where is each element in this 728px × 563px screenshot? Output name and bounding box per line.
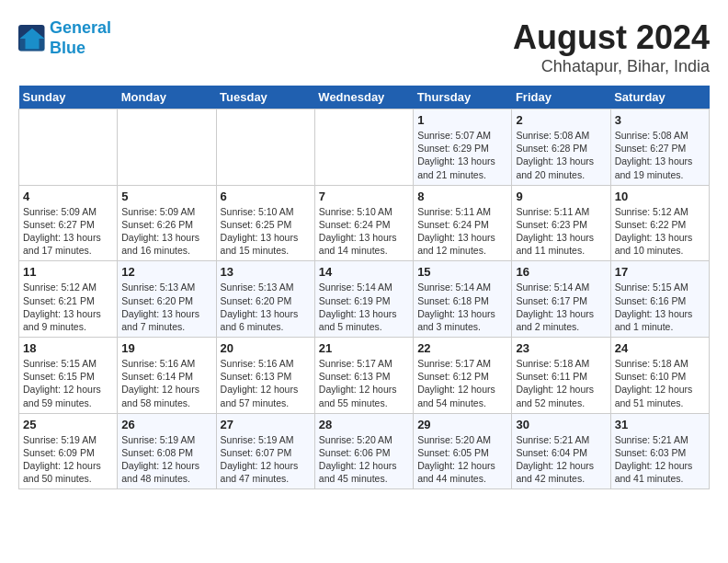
day-info: Sunrise: 5:08 AM Sunset: 6:27 PM Dayligh…: [615, 129, 705, 181]
day-number: 22: [417, 341, 507, 355]
title-block: August 2024 Chhatapur, Bihar, India: [513, 18, 710, 76]
day-cell: 23Sunrise: 5:18 AM Sunset: 6:11 PM Dayli…: [512, 338, 610, 414]
day-info: Sunrise: 5:19 AM Sunset: 6:07 PM Dayligh…: [221, 433, 311, 486]
day-number: 26: [121, 418, 211, 431]
day-info: Sunrise: 5:13 AM Sunset: 6:20 PM Dayligh…: [121, 281, 211, 333]
day-cell: 21Sunrise: 5:17 AM Sunset: 6:13 PM Dayli…: [314, 338, 413, 414]
day-number: 16: [516, 265, 606, 279]
day-number: 30: [516, 418, 606, 431]
day-info: Sunrise: 5:14 AM Sunset: 6:19 PM Dayligh…: [319, 281, 409, 333]
calendar-body: 1Sunrise: 5:07 AM Sunset: 6:29 PM Daylig…: [19, 109, 710, 489]
day-cell: 16Sunrise: 5:14 AM Sunset: 6:17 PM Dayli…: [512, 261, 610, 338]
day-cell: 13Sunrise: 5:13 AM Sunset: 6:20 PM Dayli…: [216, 261, 314, 338]
day-cell: 15Sunrise: 5:14 AM Sunset: 6:18 PM Dayli…: [414, 261, 512, 338]
day-number: 13: [221, 265, 311, 279]
day-number: 10: [615, 190, 705, 203]
day-number: 23: [516, 341, 606, 355]
day-cell: 10Sunrise: 5:12 AM Sunset: 6:22 PM Dayli…: [610, 185, 709, 261]
calendar-header: SundayMondayTuesdayWednesdayThursdayFrid…: [19, 86, 710, 109]
day-info: Sunrise: 5:19 AM Sunset: 6:09 PM Dayligh…: [23, 433, 113, 486]
header-cell-wednesday: Wednesday: [314, 86, 413, 109]
day-number: 5: [121, 190, 211, 203]
day-cell: 1Sunrise: 5:07 AM Sunset: 6:29 PM Daylig…: [414, 109, 512, 186]
header-cell-thursday: Thursday: [414, 86, 512, 109]
logo-line1: General: [50, 18, 111, 37]
day-info: Sunrise: 5:20 AM Sunset: 6:06 PM Dayligh…: [319, 433, 409, 486]
day-number: 31: [615, 418, 705, 431]
day-info: Sunrise: 5:09 AM Sunset: 6:27 PM Dayligh…: [23, 205, 113, 258]
page-header: General Blue August 2024 Chhatapur, Biha…: [18, 18, 710, 76]
day-info: Sunrise: 5:08 AM Sunset: 6:28 PM Dayligh…: [516, 129, 606, 181]
logo: General Blue: [18, 18, 111, 58]
day-number: 1: [417, 113, 507, 127]
day-cell: 14Sunrise: 5:14 AM Sunset: 6:19 PM Dayli…: [314, 261, 413, 338]
day-info: Sunrise: 5:11 AM Sunset: 6:23 PM Dayligh…: [516, 205, 606, 258]
header-row: SundayMondayTuesdayWednesdayThursdayFrid…: [19, 86, 710, 109]
day-info: Sunrise: 5:10 AM Sunset: 6:24 PM Dayligh…: [319, 205, 409, 258]
day-info: Sunrise: 5:16 AM Sunset: 6:13 PM Dayligh…: [221, 357, 311, 409]
day-cell: [314, 109, 413, 186]
day-info: Sunrise: 5:14 AM Sunset: 6:17 PM Dayligh…: [516, 281, 606, 333]
day-info: Sunrise: 5:14 AM Sunset: 6:18 PM Dayligh…: [417, 281, 507, 333]
week-row-5: 25Sunrise: 5:19 AM Sunset: 6:09 PM Dayli…: [19, 413, 710, 489]
day-cell: 11Sunrise: 5:12 AM Sunset: 6:21 PM Dayli…: [19, 261, 118, 338]
day-cell: [216, 109, 314, 186]
header-cell-saturday: Saturday: [610, 86, 709, 109]
day-number: 9: [516, 190, 606, 203]
page-title: August 2024: [513, 18, 710, 57]
day-info: Sunrise: 5:16 AM Sunset: 6:14 PM Dayligh…: [121, 357, 211, 409]
day-info: Sunrise: 5:20 AM Sunset: 6:05 PM Dayligh…: [417, 433, 507, 486]
day-info: Sunrise: 5:17 AM Sunset: 6:12 PM Dayligh…: [417, 357, 507, 409]
day-cell: 3Sunrise: 5:08 AM Sunset: 6:27 PM Daylig…: [610, 109, 709, 186]
day-cell: 9Sunrise: 5:11 AM Sunset: 6:23 PM Daylig…: [512, 185, 610, 261]
day-info: Sunrise: 5:11 AM Sunset: 6:24 PM Dayligh…: [417, 205, 507, 258]
day-number: 15: [417, 265, 507, 279]
day-info: Sunrise: 5:09 AM Sunset: 6:26 PM Dayligh…: [121, 205, 211, 258]
week-row-1: 1Sunrise: 5:07 AM Sunset: 6:29 PM Daylig…: [19, 109, 710, 186]
day-number: 12: [121, 265, 211, 279]
week-row-2: 4Sunrise: 5:09 AM Sunset: 6:27 PM Daylig…: [19, 185, 710, 261]
day-info: Sunrise: 5:15 AM Sunset: 6:15 PM Dayligh…: [23, 357, 113, 409]
day-number: 21: [319, 341, 409, 355]
calendar-table: SundayMondayTuesdayWednesdayThursdayFrid…: [18, 86, 710, 489]
day-cell: 30Sunrise: 5:21 AM Sunset: 6:04 PM Dayli…: [512, 413, 610, 489]
week-row-3: 11Sunrise: 5:12 AM Sunset: 6:21 PM Dayli…: [19, 261, 710, 338]
day-info: Sunrise: 5:15 AM Sunset: 6:16 PM Dayligh…: [615, 281, 705, 333]
day-number: 7: [319, 190, 409, 203]
day-cell: 27Sunrise: 5:19 AM Sunset: 6:07 PM Dayli…: [216, 413, 314, 489]
day-cell: 6Sunrise: 5:10 AM Sunset: 6:25 PM Daylig…: [216, 185, 314, 261]
day-number: 17: [615, 265, 705, 279]
day-cell: 29Sunrise: 5:20 AM Sunset: 6:05 PM Dayli…: [414, 413, 512, 489]
day-cell: 8Sunrise: 5:11 AM Sunset: 6:24 PM Daylig…: [414, 185, 512, 261]
day-info: Sunrise: 5:17 AM Sunset: 6:13 PM Dayligh…: [319, 357, 409, 409]
day-info: Sunrise: 5:10 AM Sunset: 6:25 PM Dayligh…: [221, 205, 311, 258]
logo-icon: [18, 25, 46, 52]
day-number: 25: [23, 418, 113, 431]
day-number: 18: [23, 341, 113, 355]
day-number: 19: [121, 341, 211, 355]
header-cell-friday: Friday: [512, 86, 610, 109]
day-number: 4: [23, 190, 113, 203]
day-number: 8: [417, 190, 507, 203]
day-cell: 12Sunrise: 5:13 AM Sunset: 6:20 PM Dayli…: [118, 261, 216, 338]
day-cell: 26Sunrise: 5:19 AM Sunset: 6:08 PM Dayli…: [118, 413, 216, 489]
day-cell: 22Sunrise: 5:17 AM Sunset: 6:12 PM Dayli…: [414, 338, 512, 414]
logo-text: General Blue: [50, 18, 111, 58]
day-cell: 28Sunrise: 5:20 AM Sunset: 6:06 PM Dayli…: [314, 413, 413, 489]
day-cell: 7Sunrise: 5:10 AM Sunset: 6:24 PM Daylig…: [314, 185, 413, 261]
header-cell-tuesday: Tuesday: [216, 86, 314, 109]
day-info: Sunrise: 5:13 AM Sunset: 6:20 PM Dayligh…: [221, 281, 311, 333]
day-number: 27: [221, 418, 311, 431]
day-cell: 17Sunrise: 5:15 AM Sunset: 6:16 PM Dayli…: [610, 261, 709, 338]
day-info: Sunrise: 5:21 AM Sunset: 6:03 PM Dayligh…: [615, 433, 705, 486]
day-cell: 25Sunrise: 5:19 AM Sunset: 6:09 PM Dayli…: [19, 413, 118, 489]
day-cell: 4Sunrise: 5:09 AM Sunset: 6:27 PM Daylig…: [19, 185, 118, 261]
day-cell: 20Sunrise: 5:16 AM Sunset: 6:13 PM Dayli…: [216, 338, 314, 414]
day-number: 2: [516, 113, 606, 127]
day-cell: 2Sunrise: 5:08 AM Sunset: 6:28 PM Daylig…: [512, 109, 610, 186]
day-info: Sunrise: 5:21 AM Sunset: 6:04 PM Dayligh…: [516, 433, 606, 486]
day-info: Sunrise: 5:18 AM Sunset: 6:11 PM Dayligh…: [516, 357, 606, 409]
day-cell: 31Sunrise: 5:21 AM Sunset: 6:03 PM Dayli…: [610, 413, 709, 489]
day-info: Sunrise: 5:07 AM Sunset: 6:29 PM Dayligh…: [417, 129, 507, 181]
day-info: Sunrise: 5:12 AM Sunset: 6:22 PM Dayligh…: [615, 205, 705, 258]
